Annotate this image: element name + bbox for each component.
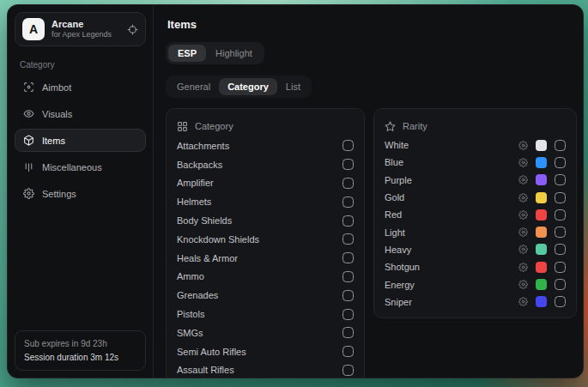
color-swatch[interactable] [536,157,547,168]
subscription-card: Sub expires in 9d 23h Session duration 3… [15,330,146,371]
category-row-amplifier: Amplifier [177,174,354,193]
category-row-label: Body Shields [177,215,342,226]
rarity-rows: WhiteBluePurpleGoldRedLightHeavyShotgunE… [385,136,566,311]
gear-icon [518,141,528,150]
checkbox[interactable] [555,244,566,255]
rarity-row-red: Red [385,206,566,223]
checkbox[interactable] [342,233,354,245]
category-row-pistols: Pistols [177,305,354,324]
checkbox[interactable] [342,178,354,189]
rarity-row-heavy: Heavy [385,241,566,258]
color-swatch[interactable] [536,296,547,307]
category-panel-title: Category [195,121,233,131]
checkbox[interactable] [342,159,354,170]
rarity-row-label: Shotgun [385,262,518,272]
box-icon [23,135,34,146]
app-window: A Arcane for Apex Legends Category Aimbo… [7,4,584,378]
gear-icon[interactable] [518,141,528,150]
category-row-attachments: Attachments [177,136,354,155]
category-row-semi-auto-rifles: Semi Auto Rifles [177,342,354,361]
category-row-backpacks: Backpacks [177,155,354,174]
gear-icon [518,245,528,254]
rarity-row-gold: Gold [385,189,566,206]
sub-expiry-text: Sub expires in 9d 23h [24,337,136,351]
category-row-label: Grenades [177,290,342,300]
checkbox[interactable] [555,174,566,185]
checkbox[interactable] [342,290,354,301]
gear-icon [518,210,528,220]
checkbox[interactable] [555,279,566,290]
checkbox[interactable] [342,327,354,338]
color-swatch[interactable] [536,262,547,273]
rarity-row-label: Sniper [385,297,518,307]
color-swatch[interactable] [536,140,547,151]
gear-icon[interactable] [518,175,528,184]
sidebar-item-label: Items [42,136,65,146]
sidebar-item-label: Settings [42,189,76,199]
category-row-label: Pistols [177,309,342,319]
scan-target-icon [23,82,34,93]
checkbox[interactable] [342,309,354,320]
checkbox[interactable] [342,346,354,357]
color-swatch[interactable] [536,209,547,221]
checkbox[interactable] [342,365,354,376]
mode-option-highlight[interactable]: Highlight [206,45,262,62]
checkbox[interactable] [555,296,566,307]
star-icon [385,121,396,132]
category-row-grenades: Grenades [177,286,354,305]
color-swatch[interactable] [536,227,547,238]
gear-icon[interactable] [518,193,528,203]
gear-icon [518,158,528,167]
crosshair-icon[interactable] [127,24,138,35]
gear-icon [518,193,528,203]
tab-category[interactable]: Category [219,78,277,95]
gear-icon [518,280,528,289]
sidebar-item-items[interactable]: Items [15,129,146,152]
checkbox[interactable] [342,271,354,282]
checkbox[interactable] [555,140,566,151]
checkbox[interactable] [555,227,566,238]
color-swatch[interactable] [536,244,547,255]
category-row-label: Helmets [177,197,342,207]
category-panel-header: Category [177,116,354,136]
checkbox[interactable] [342,197,354,208]
app-logo: A [22,18,45,40]
sidebar-item-label: Miscellaneous [42,162,102,172]
gear-icon[interactable] [518,297,528,306]
gear-icon[interactable] [518,210,528,220]
color-swatch[interactable] [536,174,547,185]
sidebar-item-aimbot[interactable]: Aimbot [15,76,146,99]
gear-icon [518,297,528,306]
rarity-row-shotgun: Shotgun [385,258,566,275]
gear-icon[interactable] [518,280,528,289]
rarity-row-label: Purple [385,175,518,185]
sidebar-item-visuals[interactable]: Visuals [15,102,146,125]
main-content: Items ESPHighlight GeneralCategoryList C… [154,5,584,378]
tab-general[interactable]: General [168,78,219,95]
checkbox[interactable] [555,209,566,221]
checkbox[interactable] [342,140,354,151]
rarity-panel: Rarity WhiteBluePurpleGoldRedLightHeavyS… [373,108,577,318]
rarity-row-label: Light [385,227,518,238]
gear-icon[interactable] [518,227,528,237]
gear-icon[interactable] [518,263,528,272]
sidebar-item-settings[interactable]: Settings [15,182,146,205]
checkbox[interactable] [342,215,354,227]
checkbox[interactable] [342,252,354,263]
sidebar-item-miscellaneous[interactable]: Miscellaneous [15,155,146,178]
category-row-smgs: SMGs [177,324,354,342]
gear-icon [518,175,528,184]
category-row-knockdown-shields: Knockdown Shields [177,230,354,249]
tab-list[interactable]: List [277,78,309,95]
gear-icon[interactable] [518,158,528,167]
color-swatch[interactable] [536,192,547,203]
category-row-assault-rifles: Assault Rifles [177,361,354,378]
category-row-body-shields: Body Shields [177,211,354,230]
color-swatch[interactable] [536,279,547,290]
checkbox[interactable] [555,262,566,273]
checkbox[interactable] [555,157,566,168]
gear-icon[interactable] [518,245,528,254]
rarity-row-light: Light [385,223,566,240]
checkbox[interactable] [555,192,566,203]
mode-option-esp[interactable]: ESP [168,45,206,62]
